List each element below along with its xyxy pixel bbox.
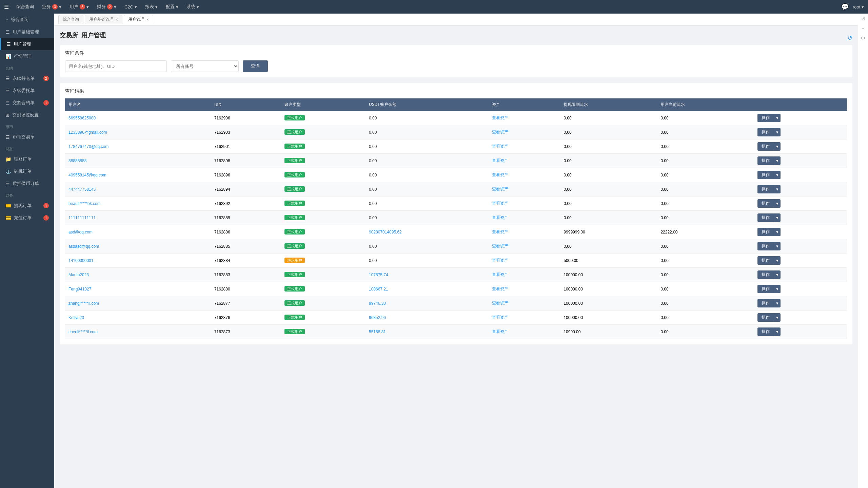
username-link[interactable]: beauti*****ok.com bbox=[68, 201, 101, 206]
menu-toggle-icon[interactable]: ☰ bbox=[4, 4, 9, 10]
username-link[interactable]: 447447758143 bbox=[68, 187, 96, 192]
tab-user-base[interactable]: 用户基础管理 × bbox=[85, 15, 122, 24]
username-link[interactable]: Kelly520 bbox=[68, 315, 84, 320]
action-button[interactable]: 操作 bbox=[757, 142, 774, 151]
settings-right-icon[interactable]: ⚙ bbox=[861, 35, 865, 41]
action-button[interactable]: 操作 bbox=[757, 114, 774, 122]
tab-overview[interactable]: 综合查询 bbox=[58, 15, 83, 24]
action-dropdown-button[interactable]: ▾ bbox=[774, 128, 781, 136]
username-link[interactable]: 111111111111 bbox=[68, 215, 96, 220]
username-link[interactable]: 88888888 bbox=[68, 158, 86, 163]
action-dropdown-button[interactable]: ▾ bbox=[774, 299, 781, 307]
sidebar-item-withdraw-orders[interactable]: 💳 提现订单 1 bbox=[0, 200, 54, 212]
asset-link[interactable]: 查看资产 bbox=[492, 301, 508, 305]
action-dropdown-button[interactable]: ▾ bbox=[774, 242, 781, 250]
action-dropdown-button[interactable]: ▾ bbox=[774, 185, 781, 193]
action-dropdown-button[interactable]: ▾ bbox=[774, 114, 781, 122]
username-link[interactable]: 409558145@qq.com bbox=[68, 173, 106, 177]
sidebar-item-perpetual-position[interactable]: ☰ 永续持仓单 2 bbox=[0, 72, 54, 85]
action-button[interactable]: 操作 bbox=[757, 285, 774, 293]
action-dropdown-button[interactable]: ▾ bbox=[774, 327, 781, 336]
asset-link[interactable]: 查看资产 bbox=[492, 144, 508, 149]
action-dropdown-button[interactable]: ▾ bbox=[774, 228, 781, 236]
account-type-select[interactable]: 所有账号 正式用户 演示用户 bbox=[171, 60, 239, 72]
sidebar-item-delivery-contract[interactable]: ☰ 交割合约单 1 bbox=[0, 97, 54, 109]
username-link[interactable]: Feng941027 bbox=[68, 287, 91, 292]
username-link[interactable]: 14100000001 bbox=[68, 258, 93, 263]
action-dropdown-button[interactable]: ▾ bbox=[774, 213, 781, 222]
nav-item-c2c[interactable]: C2C ▾ bbox=[121, 0, 140, 14]
action-button[interactable]: 操作 bbox=[757, 228, 774, 236]
nav-item-overview[interactable]: 综合查询 bbox=[13, 0, 37, 14]
sidebar-item-delivery-settings[interactable]: ⊞ 交割场控设置 bbox=[0, 109, 54, 121]
nav-item-users[interactable]: 用户 3 ▾ bbox=[66, 0, 92, 14]
asset-link[interactable]: 查看资产 bbox=[492, 272, 508, 277]
nav-item-config[interactable]: 配置 ▾ bbox=[162, 0, 182, 14]
action-button[interactable]: 操作 bbox=[757, 256, 774, 265]
close-tab-user-management[interactable]: × bbox=[146, 17, 149, 22]
action-dropdown-button[interactable]: ▾ bbox=[774, 142, 781, 151]
username-link[interactable]: Martin2023 bbox=[68, 273, 89, 277]
sidebar-item-miner-orders[interactable]: ⚓ 矿机订单 bbox=[0, 165, 54, 177]
close-tab-user-base[interactable]: × bbox=[116, 17, 118, 22]
action-dropdown-button[interactable]: ▾ bbox=[774, 199, 781, 208]
refresh-icon[interactable]: ↺ bbox=[847, 34, 852, 42]
asset-link[interactable]: 查看资产 bbox=[492, 329, 508, 334]
sidebar-item-user-base[interactable]: ☰ 用户基础管理 bbox=[0, 26, 54, 38]
nav-item-system[interactable]: 系统 ▾ bbox=[183, 0, 202, 14]
action-button[interactable]: 操作 bbox=[757, 313, 774, 322]
action-button[interactable]: 操作 bbox=[757, 185, 774, 193]
chat-icon[interactable]: 💬 bbox=[841, 3, 849, 11]
username-link[interactable]: 1784767470@qq.com bbox=[68, 144, 108, 149]
tab-user-management[interactable]: 用户管理 × bbox=[124, 15, 153, 24]
user-menu[interactable]: root ▾ bbox=[853, 4, 864, 10]
asset-link[interactable]: 查看资产 bbox=[492, 130, 508, 134]
action-button[interactable]: 操作 bbox=[757, 299, 774, 307]
action-button[interactable]: 操作 bbox=[757, 213, 774, 222]
add-right-icon[interactable]: + bbox=[862, 26, 864, 31]
username-link[interactable]: zhangj*****il.com bbox=[68, 301, 99, 306]
action-button[interactable]: 操作 bbox=[757, 270, 774, 279]
action-button[interactable]: 操作 bbox=[757, 199, 774, 208]
action-dropdown-button[interactable]: ▾ bbox=[774, 171, 781, 179]
sidebar-item-coin-trade[interactable]: ☰ 币币交易单 bbox=[0, 131, 54, 143]
action-button[interactable]: 操作 bbox=[757, 171, 774, 179]
asset-link[interactable]: 查看资产 bbox=[492, 244, 508, 248]
action-button[interactable]: 操作 bbox=[757, 242, 774, 250]
action-dropdown-button[interactable]: ▾ bbox=[774, 156, 781, 165]
sidebar-item-deposit-orders[interactable]: 💳 充值订单 1 bbox=[0, 212, 54, 224]
nav-item-reports[interactable]: 报表 ▾ bbox=[142, 0, 161, 14]
asset-link[interactable]: 查看资产 bbox=[492, 172, 508, 177]
asset-link[interactable]: 查看资产 bbox=[492, 229, 508, 234]
asset-link[interactable]: 查看资产 bbox=[492, 115, 508, 120]
username-link[interactable]: 669558625080 bbox=[68, 116, 96, 120]
username-link[interactable]: chenli*****il.com bbox=[68, 330, 98, 334]
search-input[interactable] bbox=[65, 60, 167, 72]
sidebar-item-overview[interactable]: ⌂ 综合查询 bbox=[0, 14, 54, 26]
nav-item-business[interactable]: 业务 3 ▾ bbox=[39, 0, 65, 14]
search-button[interactable]: 查询 bbox=[243, 60, 268, 72]
asset-link[interactable]: 查看资产 bbox=[492, 201, 508, 206]
action-button[interactable]: 操作 bbox=[757, 128, 774, 136]
username-link[interactable]: asd@qq.com bbox=[68, 230, 93, 234]
asset-link[interactable]: 查看资产 bbox=[492, 158, 508, 163]
asset-link[interactable]: 查看资产 bbox=[492, 215, 508, 220]
asset-link[interactable]: 查看资产 bbox=[492, 187, 508, 191]
refresh-right-icon[interactable]: ↺ bbox=[861, 16, 865, 22]
sidebar-item-pledge-orders[interactable]: ☰ 质押借币订单 bbox=[0, 177, 54, 190]
sidebar-item-user-management[interactable]: ☰ 用户管理 bbox=[0, 38, 54, 50]
asset-link[interactable]: 查看资产 bbox=[492, 258, 508, 263]
sidebar-item-financial-orders[interactable]: 📁 理财订单 bbox=[0, 153, 54, 165]
asset-link[interactable]: 查看资产 bbox=[492, 315, 508, 320]
action-button[interactable]: 操作 bbox=[757, 156, 774, 165]
nav-item-finance[interactable]: 财务 2 ▾ bbox=[94, 0, 120, 14]
action-dropdown-button[interactable]: ▾ bbox=[774, 256, 781, 265]
action-button[interactable]: 操作 bbox=[757, 327, 774, 336]
username-link[interactable]: 1235896@gmail.com bbox=[68, 130, 107, 135]
action-dropdown-button[interactable]: ▾ bbox=[774, 270, 781, 279]
action-dropdown-button[interactable]: ▾ bbox=[774, 285, 781, 293]
sidebar-item-perpetual-entrust[interactable]: ☰ 永续委托单 bbox=[0, 85, 54, 97]
username-link[interactable]: asdasd@qq.com bbox=[68, 244, 99, 249]
asset-link[interactable]: 查看资产 bbox=[492, 286, 508, 291]
sidebar-item-market[interactable]: 📊 行情管理 bbox=[0, 50, 54, 62]
